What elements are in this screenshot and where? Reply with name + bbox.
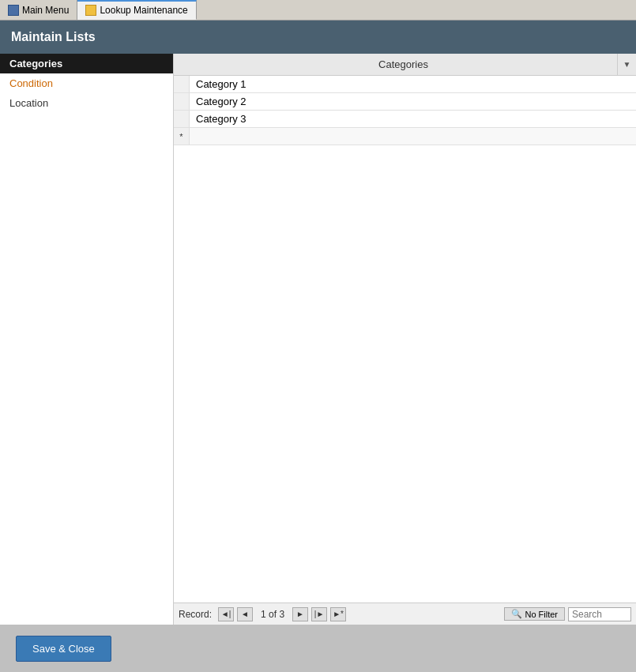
new-row-marker: *: [174, 128, 190, 145]
search-input[interactable]: [568, 607, 631, 621]
nav-next-button[interactable]: ►: [292, 607, 308, 621]
tab-main-menu-label: Main Menu: [22, 5, 69, 16]
tab-lookup-maintenance[interactable]: Lookup Maintenance: [77, 0, 196, 20]
cell-category-3[interactable]: Category 3: [190, 111, 636, 127]
cell-category-2[interactable]: Category 2: [190, 93, 636, 110]
nav-first-button[interactable]: ◄|: [218, 607, 234, 621]
row-marker-1: [174, 76, 190, 92]
new-record-row[interactable]: *: [174, 128, 636, 145]
tab-bar: Main Menu Lookup Maintenance: [0, 0, 636, 21]
main-menu-icon: [8, 5, 19, 16]
nav-last-button[interactable]: |►: [311, 607, 327, 621]
grid-header: Categories ▼: [174, 54, 636, 76]
new-record-cell[interactable]: [190, 128, 636, 145]
lookup-maintenance-icon: [85, 5, 96, 16]
table-row[interactable]: Category 3: [174, 111, 636, 128]
sidebar-item-condition[interactable]: Condition: [0, 73, 173, 93]
no-filter-button[interactable]: 🔍 No Filter: [504, 607, 565, 621]
sidebar-item-categories[interactable]: Categories: [0, 54, 173, 73]
title-bar: Maintain Lists: [0, 21, 636, 54]
row-marker-3: [174, 111, 190, 127]
nav-new-button[interactable]: ►*: [330, 607, 346, 621]
page-title: Maintain Lists: [11, 30, 96, 44]
table-row[interactable]: Category 1: [174, 76, 636, 93]
tab-lookup-maintenance-label: Lookup Maintenance: [100, 5, 187, 16]
funnel-icon: 🔍: [511, 609, 522, 619]
save-close-button[interactable]: Save & Close: [16, 636, 111, 662]
row-marker-2: [174, 93, 190, 110]
grid-body: Category 1 Category 2 Category 3 *: [174, 76, 636, 603]
table-row[interactable]: Category 2: [174, 93, 636, 111]
record-label: Record:: [179, 609, 212, 620]
bottom-area: Save & Close: [0, 625, 636, 672]
sidebar: Categories Condition Location: [0, 54, 174, 625]
sidebar-item-location[interactable]: Location: [0, 93, 173, 113]
footer-bar: Record: ◄| ◄ 1 of 3 ► |► ►* 🔍 No Filter: [174, 603, 636, 625]
column-dropdown-button[interactable]: ▼: [617, 54, 636, 75]
nav-prev-button[interactable]: ◄: [237, 607, 253, 621]
grid-column-header: Categories: [190, 55, 617, 73]
main-content: Categories Condition Location Categories…: [0, 54, 636, 625]
right-panel: Categories ▼ Category 1 Category 2 Cat: [174, 54, 636, 625]
tab-main-menu[interactable]: Main Menu: [0, 0, 77, 20]
cell-category-1[interactable]: Category 1: [190, 76, 636, 92]
record-info: 1 of 3: [256, 609, 289, 620]
